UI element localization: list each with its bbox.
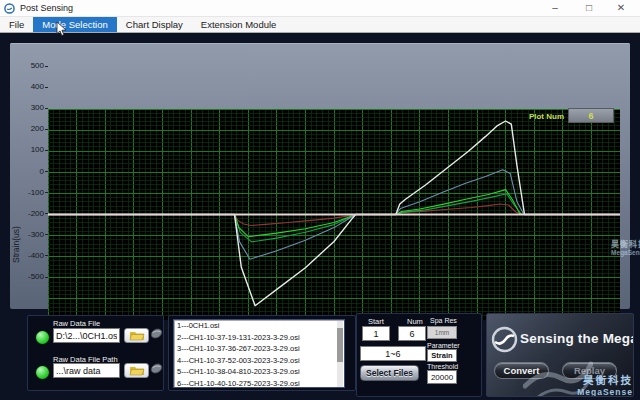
threshold-input[interactable]	[427, 370, 457, 384]
list-item[interactable]: 1---0CH1.osi	[174, 320, 344, 332]
y-tick-label: 500	[19, 61, 44, 70]
y-tick-label: -500	[19, 272, 44, 281]
title-bar: Post Sensing – □ ✕	[0, 0, 640, 17]
file-list-group: 1---0CH1.osi 2---CH1-10-37-19-131-2023-3…	[168, 315, 356, 391]
brand-watermark-en: MegaSense	[571, 387, 633, 397]
list-item[interactable]: 6---CH1-10-40-10-275-2023-3-29.osi	[174, 378, 344, 389]
chart-panel: Strain(us) Length(m) 5004003002001000-10…	[10, 43, 630, 309]
file-listbox[interactable]: 1---0CH1.osi 2---CH1-10-37-19-131-2023-3…	[173, 319, 345, 388]
menu-extension-module[interactable]: Extension Module	[192, 17, 286, 32]
maximize-button[interactable]: □	[574, 0, 604, 16]
spa-res-value: 1mm	[427, 326, 457, 339]
y-tick-label: -200	[19, 209, 44, 218]
start-label: Start	[368, 317, 384, 326]
list-item[interactable]: 2---CH1-10-37-19-131-2023-3-29.osi	[174, 332, 344, 344]
y-tick-label: 400	[19, 82, 44, 91]
parameters-group: Start Num Spa Res 1mm Parameter Strain S…	[356, 313, 482, 397]
strain-chart-plot[interactable]	[48, 109, 620, 320]
y-tick-label: -300	[19, 230, 44, 239]
y-tick-label: -100	[19, 188, 44, 197]
parameter-label: Parameter	[427, 342, 460, 349]
list-scrollbar[interactable]	[337, 321, 343, 387]
scrollbar-thumb[interactable]	[337, 328, 343, 362]
menu-mode-selection[interactable]: Mode Selection	[33, 17, 116, 32]
clear-icon[interactable]	[150, 327, 163, 340]
app-window: Post Sensing – □ ✕ File Mode Selection C…	[0, 0, 640, 400]
window-title: Post Sensing	[20, 3, 73, 13]
raw-data-file-input[interactable]	[53, 328, 120, 343]
app-icon	[4, 3, 15, 14]
led-green	[36, 331, 49, 344]
list-item[interactable]: 5---CH1-10-38-04-810-2023-3-29.osi	[174, 366, 344, 378]
brand-group: Sensing the Mega Convert Replay 昊衡科技 Meg…	[486, 313, 634, 397]
menu-chart-display[interactable]: Chart Display	[117, 17, 192, 32]
list-item[interactable]: 4---CH1-10-37-52-003-2023-3-29.osi	[174, 355, 344, 367]
brand-watermark-cn: 昊衡科技	[571, 372, 633, 387]
raw-data-path-input[interactable]	[53, 363, 120, 378]
menu-file[interactable]: File	[0, 17, 33, 32]
y-tick-label: 0	[19, 167, 44, 176]
led-green	[36, 366, 49, 379]
y-tick-label: 300	[19, 103, 44, 112]
chart-canvas	[48, 109, 620, 320]
logo-swoosh-icon	[491, 326, 518, 353]
num-input[interactable]	[398, 326, 426, 341]
minimize-button[interactable]: –	[540, 0, 570, 16]
clear-icon[interactable]	[150, 362, 163, 375]
raw-data-group: Raw Data File Raw Data File Path	[27, 315, 164, 391]
range-input[interactable]	[360, 346, 426, 361]
y-tick-label: -400	[19, 251, 44, 260]
raw-data-file-label: Raw Data File	[53, 319, 100, 328]
folder-open-icon	[129, 330, 145, 341]
parameter-value: Strain	[427, 349, 457, 362]
browse-file-button[interactable]	[124, 328, 149, 343]
menu-bar: File Mode Selection Chart Display Extens…	[0, 17, 640, 33]
browse-path-button[interactable]	[124, 363, 149, 378]
side-watermark-cn: 昊衡科技	[610, 238, 640, 249]
brand-watermark: 昊衡科技 MegaSense	[571, 372, 633, 397]
y-tick-label: 200	[19, 124, 44, 133]
y-tick-label: 100	[19, 145, 44, 154]
folder-open-icon	[129, 365, 145, 376]
side-watermark-en: MegaSense	[610, 249, 640, 256]
spa-res-label: Spa Res	[430, 317, 457, 324]
y-axis-label: Strain(us)	[11, 173, 21, 263]
plot-num-value: 6	[568, 108, 614, 123]
threshold-label: Threshold	[427, 363, 458, 370]
side-watermark: 昊衡科技 MegaSense	[610, 238, 640, 256]
cursor-arrow-icon	[56, 22, 67, 37]
start-input[interactable]	[362, 326, 390, 341]
brand-logo-text: Sensing the Mega	[520, 331, 634, 346]
num-label: Num	[407, 317, 423, 326]
close-button[interactable]: ✕	[606, 0, 636, 16]
plot-num-label: Plot Num	[512, 112, 564, 121]
select-files-button[interactable]: Select Files	[360, 365, 419, 381]
list-item[interactable]: 3---CH1-10-37-36-267-2023-3-29.osi	[174, 343, 344, 355]
